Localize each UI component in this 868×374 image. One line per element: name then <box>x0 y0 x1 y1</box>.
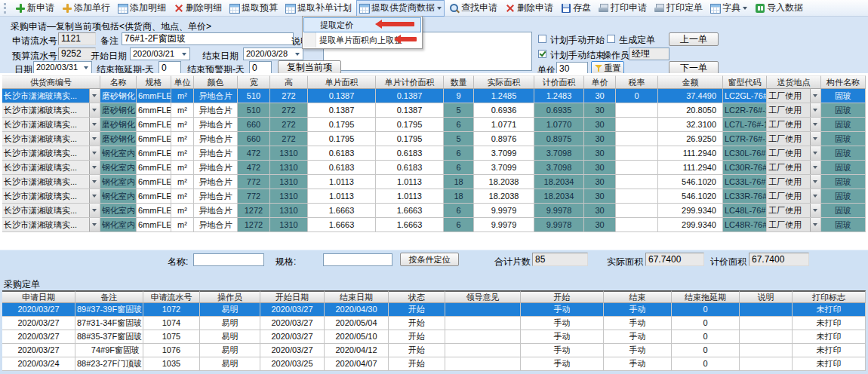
table-cell[interactable]: 1.6663 <box>308 218 376 232</box>
table-cell[interactable]: 0.6183 <box>376 146 444 161</box>
column-header[interactable]: 申请流水号 <box>143 290 200 303</box>
table-cell[interactable]: LC2R-76#-1F <box>723 103 767 118</box>
table-cell[interactable]: 固玻 <box>821 132 866 146</box>
table-cell[interactable]: 1.0113 <box>308 175 376 189</box>
table-cell[interactable]: 510 <box>238 89 270 103</box>
table-cell[interactable]: 1.2483 <box>534 89 584 103</box>
table-cell[interactable]: 1310 <box>270 161 308 175</box>
table-cell[interactable]: 手动 <box>521 344 604 357</box>
operator-input[interactable] <box>629 48 669 60</box>
table-cell[interactable]: 299.9340 <box>658 204 723 218</box>
table-cell[interactable] <box>616 118 658 132</box>
column-header[interactable]: 打印标志 <box>793 290 866 303</box>
table-cell[interactable]: 1.6663 <box>376 218 444 232</box>
table-cell[interactable]: 长沙市潇湘玻璃实... <box>2 175 100 189</box>
table-cell[interactable]: 18 <box>444 175 474 189</box>
table-cell[interactable]: 9.9979 <box>474 218 534 232</box>
table-cell[interactable]: 0.1387 <box>308 89 376 103</box>
table-cell[interactable]: 30 <box>584 103 616 118</box>
chevron-down-icon[interactable] <box>810 89 820 103</box>
table-cell[interactable]: 长沙市潇湘玻璃实... <box>2 189 100 204</box>
chevron-down-icon[interactable] <box>810 175 820 189</box>
table-cell[interactable]: 1310 <box>270 189 308 204</box>
table-cell[interactable]: 手动 <box>604 330 672 344</box>
table-cell[interactable]: m² <box>171 146 194 161</box>
table-cell[interactable]: 1074 <box>143 317 200 330</box>
table-cell[interactable]: 111.2940 <box>658 161 723 175</box>
manual-start-checkbox[interactable] <box>538 35 546 43</box>
table-cell[interactable]: 6 <box>444 218 474 232</box>
column-header[interactable]: 宽 <box>238 75 270 89</box>
table-cell[interactable]: 660 <box>238 118 270 132</box>
table-cell[interactable]: 32.3100 <box>658 118 723 132</box>
table-cell[interactable]: 工厂使用 <box>767 189 821 204</box>
column-header[interactable]: 计价面积 <box>534 75 584 89</box>
table-cell[interactable]: 异地合片 <box>194 146 238 161</box>
table-cell[interactable]: 钢化室内... <box>100 204 137 218</box>
table-cell[interactable]: 111.2940 <box>658 146 723 161</box>
chevron-down-icon[interactable] <box>89 218 100 231</box>
table-cell[interactable]: 0.8976 <box>474 132 534 146</box>
table-cell[interactable]: 开始 <box>389 344 445 357</box>
find-request-button[interactable]: 查找申请 <box>446 0 500 17</box>
table-cell[interactable]: m² <box>171 175 194 189</box>
column-header[interactable]: 数量 <box>444 75 474 89</box>
table-cell[interactable]: 未打印 <box>793 303 866 317</box>
table-cell[interactable]: 74#9F窗固玻 <box>75 344 143 357</box>
table-cell[interactable] <box>445 330 521 344</box>
table-cell[interactable]: 异地合片 <box>194 103 238 118</box>
table-row[interactable]: 2020/03/2488#23-27F门顶玻1035易明2020/03/2520… <box>2 357 866 371</box>
table-cell[interactable] <box>445 357 521 371</box>
chevron-down-icon[interactable] <box>89 132 100 146</box>
table-cell[interactable]: 1310 <box>270 204 308 218</box>
table-cell[interactable]: 3.7098 <box>534 161 584 175</box>
print-order-button[interactable]: 打印定单 <box>651 0 706 17</box>
table-cell[interactable]: 手动 <box>521 330 604 344</box>
column-header[interactable]: 单位 <box>171 75 194 89</box>
column-header[interactable]: 构件名称 <box>821 75 866 89</box>
table-cell[interactable]: 272 <box>270 132 308 146</box>
chevron-down-icon[interactable] <box>810 218 820 231</box>
column-header[interactable]: 窗型代码 <box>723 75 767 89</box>
table-cell[interactable]: 2020/03/25 <box>260 357 325 371</box>
end-delay-input[interactable] <box>159 61 181 74</box>
extract-budget-button[interactable]: 提取预算 <box>226 0 281 17</box>
column-header[interactable]: 税率 <box>616 75 658 89</box>
table-cell[interactable]: 异地合片 <box>194 89 238 103</box>
table-cell[interactable]: LC48R-76#... <box>723 218 767 232</box>
column-header[interactable]: 金额 <box>658 75 723 89</box>
toolbar-grip-handle[interactable] <box>4 3 8 14</box>
table-cell[interactable]: 6 <box>444 146 474 161</box>
table-cell[interactable]: 工厂使用 <box>767 175 821 189</box>
table-cell[interactable]: 2020/05/04 <box>325 317 389 330</box>
table-cell[interactable]: 9 <box>444 89 474 103</box>
table-cell[interactable]: 固玻 <box>821 161 866 175</box>
table-cell[interactable]: 2020/03/27 <box>260 317 325 330</box>
table-cell[interactable]: 2020/03/27 <box>2 344 75 357</box>
table-cell[interactable]: 开始 <box>389 317 445 330</box>
table-cell[interactable]: 未打印 <box>793 344 866 357</box>
add-row-button[interactable]: 添加单行 <box>59 0 113 17</box>
table-row[interactable]: 2020/03/2787#31-34F窗固玻1074易明2020/03/2720… <box>2 317 866 330</box>
table-cell[interactable]: 0.6183 <box>308 161 376 175</box>
table-cell[interactable]: 1310 <box>270 175 308 189</box>
table-cell[interactable]: 磨砂钢化... <box>100 132 137 146</box>
table-cell[interactable]: 1072 <box>143 303 200 317</box>
generate-order-checkbox[interactable] <box>607 35 615 43</box>
table-cell[interactable]: 工厂使用 <box>767 146 821 161</box>
table-cell[interactable]: 1.0770 <box>534 118 584 132</box>
table-cell[interactable]: 固玻 <box>821 89 866 103</box>
table-cell[interactable]: 长沙市潇湘玻璃实... <box>2 146 100 161</box>
table-cell[interactable]: 工厂使用 <box>767 103 821 118</box>
column-header[interactable]: 操作员 <box>200 290 260 303</box>
copy-current-button[interactable]: 复制当前项 <box>278 60 341 74</box>
table-cell[interactable]: 20.8050 <box>658 103 723 118</box>
chevron-down-icon[interactable] <box>89 89 100 103</box>
table-cell[interactable]: 2020/03/27 <box>2 330 75 344</box>
table-cell[interactable]: 0 <box>672 303 740 317</box>
column-header[interactable]: 单片面积 <box>308 75 376 89</box>
table-cell[interactable]: 30 <box>584 118 616 132</box>
table-cell[interactable]: 长沙市潇湘玻璃实... <box>2 89 100 103</box>
table-cell[interactable]: 未打印 <box>793 330 866 344</box>
table-cell[interactable]: 0.6183 <box>308 146 376 161</box>
